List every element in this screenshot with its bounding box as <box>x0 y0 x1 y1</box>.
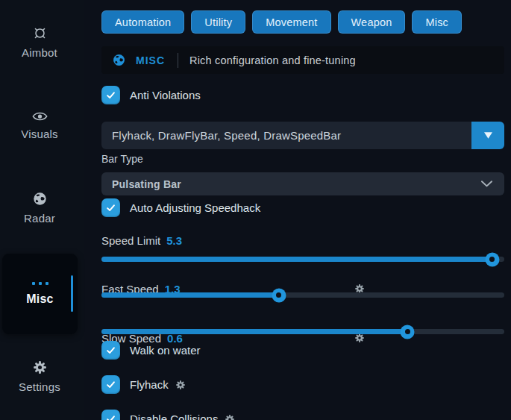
speed-limit-value: 5.3 <box>166 234 182 247</box>
bar-type-label: Bar Type <box>101 153 504 165</box>
sidebar: Aimbot Visuals Radar Misc <box>0 0 84 420</box>
fast-speed-slider[interactable] <box>101 292 504 298</box>
check-icon <box>105 379 116 390</box>
sidebar-item-label: Settings <box>19 380 60 393</box>
check-icon <box>105 345 116 356</box>
auto-adjusting-row: Auto Adjusting Speedhack <box>101 198 504 217</box>
main-content: Automation Utility Movement Weapon Misc … <box>101 0 504 420</box>
eye-icon <box>32 110 48 122</box>
sidebar-item-visuals[interactable]: Visuals <box>0 110 79 140</box>
check-icon <box>105 90 116 101</box>
globe-icon <box>32 191 48 207</box>
walk-on-water-label: Walk on water <box>130 344 200 357</box>
walk-on-water-checkbox[interactable] <box>101 341 120 360</box>
check-icon <box>105 202 116 213</box>
slider-fill <box>101 329 407 334</box>
sidebar-item-label: Misc <box>26 292 53 306</box>
slider-handle[interactable] <box>485 252 499 266</box>
disable-collisions-checkbox[interactable] <box>101 410 120 420</box>
flyhack-row: Flyhack <box>101 375 504 394</box>
speed-limit-label: Speed Limit <box>101 234 160 247</box>
check-icon <box>105 413 116 420</box>
tab-weapon[interactable]: Weapon <box>338 10 406 34</box>
walk-on-water-row: Walk on water <box>101 341 504 360</box>
auto-adjusting-label: Auto Adjusting Speedhack <box>130 201 260 214</box>
speed-limit-label-row: Speed Limit 5.3 <box>101 234 504 247</box>
bar-type-select[interactable]: Pulsating Bar <box>101 172 504 195</box>
globe-icon <box>112 53 126 67</box>
anti-violations-checkbox[interactable] <box>101 86 120 104</box>
dots-icon <box>32 282 48 285</box>
selected-indicator <box>71 275 73 312</box>
chevron-down-icon <box>481 181 492 187</box>
sidebar-item-misc[interactable]: Misc <box>2 254 78 334</box>
gear-icon <box>32 360 48 375</box>
disable-collisions-gear-icon[interactable] <box>224 413 236 420</box>
sidebar-item-label: Visuals <box>21 128 57 140</box>
triangle-down-icon <box>483 131 493 140</box>
speed-limit-slider[interactable] <box>101 257 504 262</box>
slider-fill <box>101 257 492 262</box>
flyhack-label: Flyhack <box>130 378 169 391</box>
section-subtitle: Rich configuration and fine-tuning <box>189 54 356 66</box>
bar-type-value: Pulsating Bar <box>112 178 481 190</box>
crosshair-icon <box>32 25 48 41</box>
tab-bar: Automation Utility Movement Weapon Misc <box>101 10 504 34</box>
header-divider <box>178 53 178 68</box>
flyhack-gear-icon[interactable] <box>175 379 186 391</box>
anti-violations-row: Anti Violations <box>101 86 504 104</box>
section-title: MISC <box>136 54 165 66</box>
slider-handle[interactable] <box>401 325 415 339</box>
slider-handle[interactable] <box>272 288 286 302</box>
tab-automation[interactable]: Automation <box>101 10 184 34</box>
app-window: Aimbot Visuals Radar Misc <box>0 0 511 420</box>
auto-adjusting-checkbox[interactable] <box>101 198 120 217</box>
bar-flags-value: Flyhack, DrawFlyBar, Speed, DrawSpeedBar <box>101 129 471 142</box>
section-header: MISC Rich configuration and fine-tuning <box>101 46 504 74</box>
sidebar-item-label: Radar <box>24 212 55 225</box>
sidebar-item-aimbot[interactable]: Aimbot <box>0 25 79 59</box>
disable-collisions-label: Disable Collisions <box>130 413 218 420</box>
tab-misc[interactable]: Misc <box>412 10 462 34</box>
disable-collisions-row: Disable Collisions <box>101 410 504 420</box>
tab-utility[interactable]: Utility <box>191 10 245 34</box>
anti-violations-label: Anti Violations <box>130 89 201 101</box>
slider-fill <box>101 292 279 298</box>
dropdown-open-button[interactable] <box>471 122 504 149</box>
sidebar-item-label: Aimbot <box>22 46 57 59</box>
sidebar-item-radar[interactable]: Radar <box>0 191 79 225</box>
sidebar-item-settings[interactable]: Settings <box>0 360 79 393</box>
bar-flags-select[interactable]: Flyhack, DrawFlyBar, Speed, DrawSpeedBar <box>101 122 504 149</box>
tab-movement[interactable]: Movement <box>252 10 330 34</box>
flyhack-checkbox[interactable] <box>101 375 120 394</box>
slow-speed-slider[interactable] <box>101 329 504 334</box>
